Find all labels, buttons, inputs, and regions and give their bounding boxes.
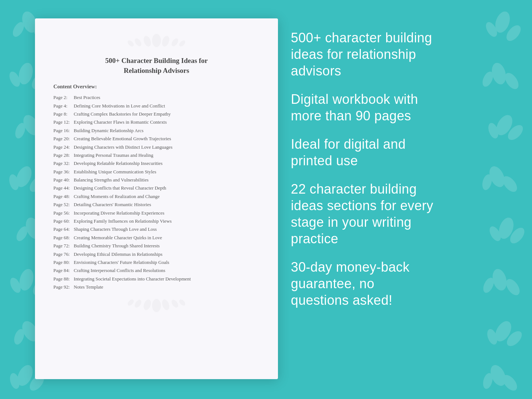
- svg-point-5: [7, 70, 22, 88]
- table-of-contents-item: Page 40: Balancing Strengths and Vulnera…: [53, 176, 260, 184]
- svg-point-73: [161, 298, 170, 311]
- table-of-contents-item: Page 52: Detailing Characters' Romantic …: [53, 201, 260, 209]
- toc-title: Detailing Characters' Romantic Histories: [73, 202, 151, 207]
- toc-title: Designing Conflicts that Reveal Characte…: [73, 186, 166, 191]
- table-of-contents-item: Page 2: Best Practices: [53, 93, 260, 102]
- feature-text: 22 character buildingideas sections for …: [291, 181, 508, 247]
- toc-title: Exploring Family Influences on Relations…: [73, 219, 172, 224]
- table-of-contents-item: Page 4: Defining Core Motivations in Lov…: [53, 102, 260, 110]
- toc-page-number: Page 52:: [53, 201, 73, 209]
- table-of-contents-item: Page 88: Integrating Societal Expectatio…: [53, 275, 260, 283]
- table-of-contents-item: Page 44: Designing Conflicts that Reveal…: [53, 184, 260, 192]
- table-of-contents-item: Page 48: Crafting Moments of Realization…: [53, 193, 260, 201]
- toc-title: Balancing Strengths and Vulnerabilities: [73, 177, 149, 183]
- toc-page-number: Page 88:: [53, 275, 73, 283]
- toc-page-number: Page 40:: [53, 176, 73, 184]
- toc-page-number: Page 84:: [53, 266, 73, 275]
- toc-title: Designing Characters with Distinct Love …: [73, 145, 173, 150]
- svg-point-72: [142, 298, 152, 311]
- svg-point-74: [133, 299, 142, 309]
- toc-title: Building Dynamic Relationship Arcs: [73, 128, 144, 133]
- toc-page-number: Page 12:: [53, 118, 73, 126]
- svg-point-28: [14, 363, 36, 388]
- svg-point-64: [152, 34, 161, 47]
- document-title: 500+ Character Building Ideas for Relati…: [53, 56, 260, 75]
- toc-page-number: Page 80:: [53, 258, 73, 266]
- feature-item: 22 character buildingideas sections for …: [291, 181, 508, 247]
- svg-point-11: [29, 121, 34, 126]
- feature-text: Digital workbook withmore than 90 pages: [291, 91, 508, 124]
- svg-point-66: [161, 35, 170, 47]
- toc-title: Defining Core Motivations in Love and Co…: [73, 103, 165, 109]
- toc-page-number: Page 32:: [53, 159, 73, 167]
- toc-page-number: Page 56:: [53, 209, 73, 217]
- svg-point-4: [17, 61, 35, 86]
- toc-title: Exploring Character Flaws in Romantic Co…: [73, 120, 167, 125]
- toc-page-number: Page 4:: [53, 102, 73, 110]
- toc-title: Building Chemistry Through Shared Intere…: [73, 243, 160, 248]
- toc-page-number: Page 8:: [53, 110, 73, 118]
- svg-point-20: [17, 267, 36, 292]
- toc-title: Crafting Interpersonal Conflicts and Res…: [73, 268, 165, 273]
- svg-point-77: [178, 298, 187, 307]
- toc-title: Integrating Societal Expectations into C…: [73, 276, 191, 282]
- feature-text: 30-day money-backguarantee, noquestions …: [291, 259, 508, 308]
- svg-point-17: [14, 225, 30, 243]
- toc-title: Best Practices: [73, 95, 100, 100]
- table-of-contents: Page 2: Best PracticesPage 4: Defining C…: [53, 93, 260, 291]
- toc-title: Notes Template: [73, 285, 103, 290]
- feature-item: 500+ character buildingideas for relatio…: [291, 29, 508, 79]
- table-of-contents-item: Page 80: Envisioning Characters' Future …: [53, 258, 260, 266]
- toc-page-number: Page 72:: [53, 242, 73, 250]
- svg-point-60: [487, 363, 509, 388]
- svg-point-29: [8, 372, 21, 390]
- toc-page-number: Page 76:: [53, 250, 73, 258]
- toc-title: Creating Memorable Character Quirks in L…: [73, 235, 162, 240]
- table-of-contents-item: Page 20: Creating Believable Emotional G…: [53, 135, 260, 143]
- svg-point-7: [24, 70, 28, 74]
- toc-page-number: Page 48:: [53, 193, 73, 201]
- toc-page-number: Page 24:: [53, 143, 73, 151]
- doc-deco-top: [53, 33, 260, 49]
- table-of-contents-item: Page 24: Designing Characters with Disti…: [53, 143, 260, 151]
- feature-item: 30-day money-backguarantee, noquestions …: [291, 259, 508, 308]
- svg-point-70: [178, 39, 187, 48]
- table-of-contents-item: Page 84: Crafting Interpersonal Conflict…: [53, 266, 260, 275]
- doc-deco-bottom: [53, 298, 260, 314]
- svg-point-67: [133, 37, 142, 47]
- svg-point-21: [8, 276, 23, 294]
- svg-point-3: [27, 18, 32, 22]
- table-of-contents-item: Page 72: Building Chemistry Through Shar…: [53, 242, 260, 250]
- toc-title: Developing Ethical Dilemmas in Relations…: [73, 252, 162, 257]
- table-of-contents-item: Page 76: Developing Ethical Dilemmas in …: [53, 250, 260, 258]
- table-of-contents-item: Page 12: Exploring Character Flaws in Ro…: [53, 118, 260, 126]
- svg-point-58: [504, 328, 524, 349]
- feature-item: Ideal for digital andprinted use: [291, 136, 508, 169]
- svg-point-50: [507, 225, 527, 246]
- toc-title: Shaping Characters Through Love and Loss: [73, 227, 157, 232]
- svg-point-31: [23, 371, 27, 376]
- toc-page-number: Page 68:: [53, 234, 73, 242]
- toc-page-number: Page 44:: [53, 184, 73, 192]
- toc-page-number: Page 2:: [53, 93, 73, 102]
- svg-point-68: [170, 37, 179, 47]
- toc-title: Crafting Complex Backstories for Deeper …: [73, 112, 171, 117]
- table-of-contents-item: Page 16: Building Dynamic Relationship A…: [53, 127, 260, 135]
- toc-title: Incorporating Diverse Relationship Exper…: [73, 211, 164, 216]
- toc-page-number: Page 60:: [53, 217, 73, 225]
- toc-page-number: Page 20:: [53, 135, 73, 143]
- svg-point-59: [501, 327, 505, 332]
- svg-point-13: [8, 173, 21, 191]
- toc-page-number: Page 16:: [53, 127, 73, 135]
- feature-text: 500+ character buildingideas for relatio…: [291, 29, 508, 79]
- table-of-contents-item: Page 32: Developing Relatable Relationsh…: [53, 159, 260, 167]
- table-of-contents-item: Page 68: Creating Memorable Character Qu…: [53, 234, 260, 242]
- svg-point-75: [170, 299, 179, 309]
- toc-title: Establishing Unique Communication Styles: [73, 169, 156, 174]
- table-of-contents-item: Page 64: Shaping Characters Through Love…: [53, 225, 260, 233]
- toc-title: Developing Relatable Relationship Insecu…: [73, 161, 163, 166]
- table-of-contents-item: Page 60: Exploring Family Influences on …: [53, 217, 260, 225]
- feature-text: Ideal for digital andprinted use: [291, 136, 508, 169]
- svg-point-15: [22, 173, 26, 177]
- svg-point-27: [28, 327, 32, 332]
